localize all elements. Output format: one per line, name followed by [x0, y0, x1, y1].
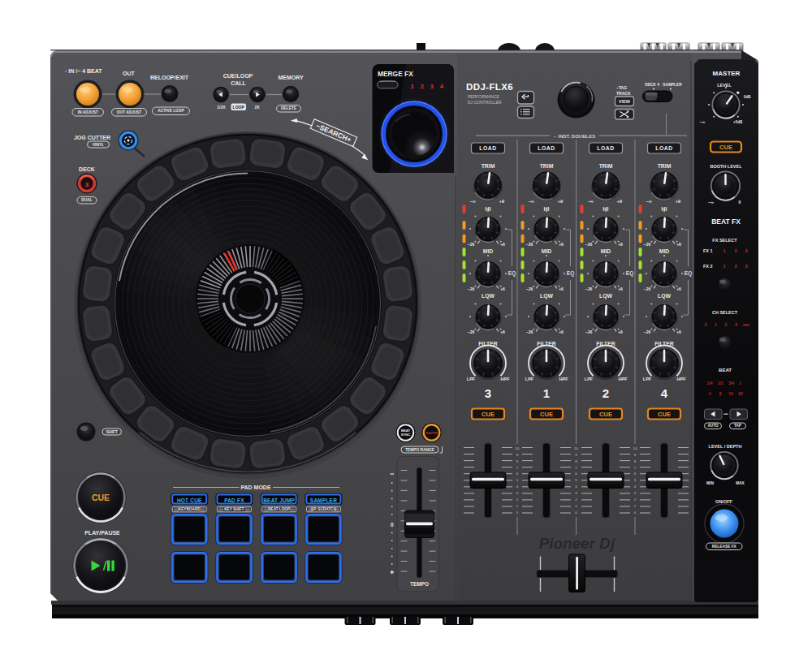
svg-text:4: 4 [709, 392, 711, 396]
svg-text:DECK: DECK [79, 166, 95, 172]
svg-text:EQ: EQ [508, 270, 516, 277]
svg-text:0dB: 0dB [744, 95, 751, 99]
svg-text:+9: +9 [558, 199, 563, 204]
svg-text:−∞: −∞ [528, 199, 533, 204]
svg-text:+6: +6 [500, 242, 505, 247]
svg-text:TRIM: TRIM [482, 163, 495, 169]
svg-text:BEAT FX: BEAT FX [711, 218, 741, 226]
svg-text:−∞: −∞ [708, 200, 714, 205]
svg-text:MIN: MIN [706, 481, 714, 485]
svg-text:PERFORMANCE: PERFORMANCE [468, 94, 500, 99]
svg-text:2X: 2X [254, 105, 260, 110]
svg-text:+6: +6 [500, 330, 505, 334]
svg-text:LOAD: LOAD [655, 145, 672, 151]
svg-text:−26: −26 [526, 242, 533, 247]
svg-text:SP. SCRATCH: SP. SCRATCH [311, 507, 336, 511]
svg-text:1: 1 [715, 322, 717, 327]
svg-text:LPF: LPF [643, 377, 652, 381]
svg-text:LEVEL / DEPTH: LEVEL / DEPTH [709, 444, 742, 449]
svg-text:SAMPLER: SAMPLER [663, 83, 682, 87]
svg-text:−26: −26 [526, 286, 533, 291]
svg-text:FX 2: FX 2 [703, 264, 713, 269]
svg-text:+9: +9 [617, 199, 622, 204]
svg-text:4: 4 [661, 386, 668, 400]
svg-text:+6: +6 [676, 242, 681, 247]
svg-text:−26: −26 [468, 242, 475, 247]
svg-text:1/4: 1/4 [707, 381, 713, 386]
svg-text:1: 1 [410, 83, 413, 90]
svg-text:VIEW: VIEW [619, 99, 631, 104]
svg-text:+6: +6 [559, 242, 564, 247]
svg-text:MST: MST [743, 324, 750, 327]
svg-text:LOAD: LOAD [597, 145, 614, 151]
svg-text:DJ CONTROLLER: DJ CONTROLLER [468, 100, 502, 105]
svg-text:MID: MID [659, 248, 670, 254]
svg-text:0: 0 [391, 522, 394, 528]
svg-text:−26: −26 [468, 286, 475, 291]
svg-text:MID: MID [483, 248, 494, 254]
svg-text:CUE: CUE [540, 411, 553, 418]
svg-text:LPF: LPF [467, 377, 476, 381]
svg-text:SAMPLER: SAMPLER [310, 498, 337, 503]
svg-text:1: 1 [723, 264, 725, 269]
svg-text:PLAY/PAUSE: PLAY/PAUSE [84, 530, 120, 536]
svg-text:LPF: LPF [525, 377, 534, 381]
svg-text:DELETE: DELETE [281, 106, 297, 110]
svg-text:OUT ADJUST: OUT ADJUST [117, 110, 142, 114]
svg-text:BEAT JUMP: BEAT JUMP [263, 498, 295, 503]
svg-text:3: 3 [430, 83, 434, 90]
svg-text:HPF: HPF [677, 377, 687, 381]
svg-text:2: 2 [725, 322, 728, 327]
svg-text:−∞: −∞ [469, 199, 475, 204]
svg-text:·· INST. DOUBLES: ·· INST. DOUBLES [554, 134, 595, 139]
svg-text:3: 3 [745, 248, 747, 253]
svg-text:LOW: LOW [658, 293, 671, 299]
svg-text:1/2X: 1/2X [217, 105, 226, 110]
svg-text:10: 10 [574, 446, 578, 450]
svg-text:CUE: CUE [719, 144, 732, 151]
svg-text:−26: −26 [644, 286, 651, 291]
svg-text:LOAD: LOAD [479, 145, 496, 151]
svg-text:KEYBOARD: KEYBOARD [179, 507, 201, 511]
svg-text:LOOP: LOOP [233, 105, 245, 110]
svg-text:−26: −26 [526, 330, 533, 334]
svg-text:TEMPO: TEMPO [410, 581, 429, 587]
svg-text:EQ: EQ [685, 270, 692, 277]
svg-text:−26: −26 [644, 330, 651, 334]
svg-text:−26: −26 [585, 330, 593, 334]
svg-text:10: 10 [633, 446, 637, 450]
svg-text:CALL: CALL [231, 80, 246, 86]
svg-text:1: 1 [543, 386, 550, 400]
svg-text:DDJ-FLX6: DDJ-FLX6 [466, 82, 513, 92]
svg-text:HOT CUE: HOT CUE [177, 498, 202, 503]
svg-text:HPF: HPF [619, 377, 628, 381]
svg-text:TRIM: TRIM [599, 163, 613, 169]
svg-text:3: 3 [485, 386, 491, 400]
svg-text:FX SELECT: FX SELECT [712, 238, 737, 243]
svg-text:CUE: CUE [599, 411, 612, 418]
svg-text:+6: +6 [676, 330, 681, 334]
svg-text:MASTER: MASTER [425, 432, 438, 435]
svg-text:+6: +6 [676, 286, 681, 291]
svg-text:LOAD: LOAD [538, 145, 555, 151]
svg-text:1: 1 [723, 248, 725, 253]
svg-text:CUE: CUE [482, 411, 495, 418]
svg-text:MID: MID [601, 248, 611, 254]
svg-text:TEMPO RANGE: TEMPO RANGE [405, 448, 435, 452]
svg-text:DUAL: DUAL [81, 198, 92, 202]
svg-text:+6: +6 [559, 330, 564, 334]
svg-text:MERGE FX: MERGE FX [378, 70, 413, 78]
svg-text:RELEASE FX: RELEASE FX [712, 545, 737, 549]
svg-text:CUE: CUE [658, 411, 671, 418]
svg-text:4: 4 [735, 322, 737, 327]
svg-text:−∞: −∞ [700, 119, 706, 124]
svg-text:CH SELECT: CH SELECT [712, 310, 738, 315]
svg-text:+9: +9 [499, 199, 504, 204]
svg-text:−26: −26 [644, 242, 651, 247]
svg-text:OUT: OUT [123, 71, 136, 76]
svg-text:MID: MID [542, 248, 552, 254]
svg-text:HPF: HPF [559, 377, 569, 381]
svg-text:HPF: HPF [501, 377, 511, 381]
svg-text:16: 16 [728, 392, 733, 396]
svg-text:32: 32 [738, 392, 743, 396]
